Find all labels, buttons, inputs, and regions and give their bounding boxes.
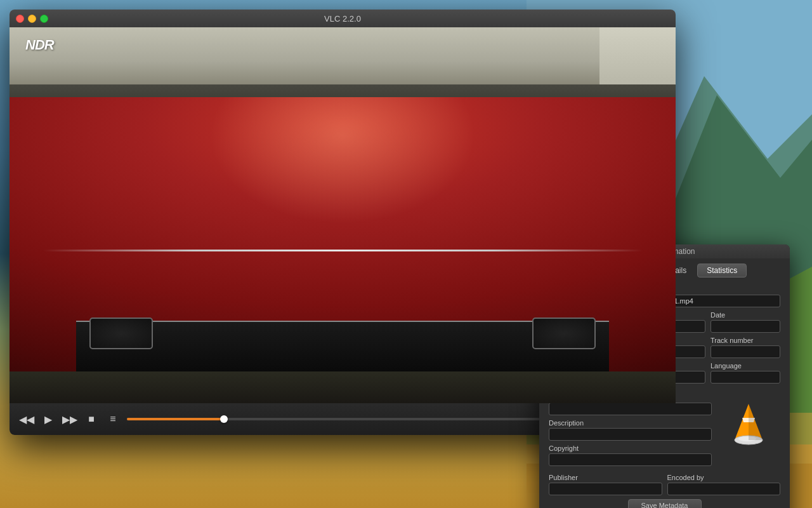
play-button[interactable]: ▶ <box>41 411 56 427</box>
close-button[interactable] <box>16 15 24 23</box>
ndr-logo: NDR <box>25 37 54 53</box>
track-number-label: Track number <box>710 337 780 344</box>
track-number-input[interactable] <box>710 345 780 358</box>
tab-statistics[interactable]: Statistics <box>697 264 747 277</box>
traffic-lights <box>16 15 48 23</box>
encoded-by-label: Encoded by <box>667 474 781 481</box>
publisher-field-group: Publisher <box>549 474 662 495</box>
publisher-encoded-row: Publisher Encoded by <box>539 474 790 495</box>
vlc-titlebar: VLC 2.2.0 <box>10 10 676 27</box>
encoded-by-field-group: Encoded by <box>667 474 781 495</box>
rewind-button[interactable]: ◀◀ <box>19 411 34 427</box>
copyright-input[interactable] <box>549 453 712 466</box>
playlist-button[interactable]: ≡ <box>105 411 121 427</box>
fast-forward-button[interactable]: ▶▶ <box>62 411 77 427</box>
copyright-field-group: Copyright <box>549 444 712 466</box>
publisher-label: Publisher <box>549 474 662 481</box>
description-field-group: Description <box>549 419 712 441</box>
date-field-group: Date <box>710 311 780 333</box>
vlc-cone-icon <box>723 399 774 450</box>
save-metadata-button[interactable]: Save Metadata <box>628 499 702 508</box>
dialog-middle-section: Now Playing Description Copyright <box>539 394 790 470</box>
svg-marker-11 <box>749 404 763 440</box>
vlc-window: VLC 2.2.0 NDR ◀◀ ▶ ▶▶ ■ <box>10 10 676 435</box>
description-label: Description <box>549 419 712 427</box>
language-label: Language <box>710 362 780 370</box>
publisher-input[interactable] <box>549 483 662 495</box>
window-title: VLC 2.2.0 <box>324 14 361 23</box>
copyright-label: Copyright <box>549 444 712 452</box>
date-label: Date <box>710 311 780 319</box>
progress-knob[interactable] <box>220 415 228 423</box>
save-metadata-container: Save Metadata <box>539 499 790 508</box>
minimize-button[interactable] <box>28 15 36 23</box>
language-input[interactable] <box>710 371 780 384</box>
video-area: NDR <box>10 27 676 403</box>
track-number-field-group: Track number <box>710 337 780 358</box>
encoded-by-input[interactable] <box>667 483 781 495</box>
middle-fields: Now Playing Description Copyright <box>549 394 712 470</box>
maximize-button[interactable] <box>40 15 48 23</box>
progress-fill <box>127 418 224 420</box>
description-input[interactable] <box>549 428 712 441</box>
language-field-group: Language <box>710 362 780 384</box>
vlc-icon-container <box>717 394 780 454</box>
now-playing-input[interactable] <box>549 403 712 415</box>
date-input[interactable] <box>710 320 780 333</box>
stop-button[interactable]: ■ <box>84 411 99 427</box>
